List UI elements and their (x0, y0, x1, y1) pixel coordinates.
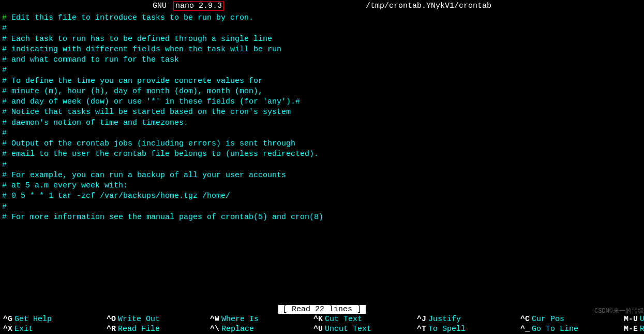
title-filepath: /tmp/crontab.YNykV1/crontab (366, 2, 491, 10)
shortcut-key: ^R (107, 325, 116, 333)
shortcut-key: ^T (417, 325, 426, 333)
shortcut-item[interactable]: M-ERedo (621, 325, 644, 333)
editor-line: # and what command to run for the task (2, 55, 642, 65)
shortcut-key: ^X (3, 325, 12, 333)
editor-line: # (2, 128, 642, 139)
shortcut-key: ^J (417, 315, 426, 324)
title-nano-label: GNU (153, 2, 167, 10)
shortcut-row-2: ^XExit^RRead File^\Replace^UUncut Text^T… (0, 324, 644, 334)
shortcut-key: ^K (313, 315, 323, 324)
hash-icon: # (2, 13, 7, 22)
editor-line: # (2, 65, 642, 76)
shortcut-key: ^G (3, 315, 12, 324)
editor-line: # For more information see the manual pa… (2, 212, 642, 223)
shortcut-label: To Spell (428, 325, 466, 333)
shortcut-label: Write Out (118, 315, 160, 324)
shortcut-label: Cut Text (325, 315, 362, 324)
editor-line: # (2, 202, 642, 212)
shortcut-item[interactable]: ^OWrite Out (103, 315, 207, 324)
shortcut-item[interactable]: ^GGet Help (0, 315, 103, 324)
shortcut-label: Where Is (221, 315, 259, 324)
editor-line: # To define the time you can provide con… (2, 76, 642, 86)
shortcut-item[interactable]: ^JJustify (414, 315, 517, 324)
editor-line: # daemon's notion of time and timezones. (2, 118, 642, 128)
editor-line: # Edit this file to introduce tasks to b… (2, 13, 642, 23)
shortcut-key: ^\ (210, 325, 219, 333)
editor-line: # indicating with different fields when … (2, 45, 642, 55)
status-message: [ Read 22 lines ] (278, 305, 366, 314)
shortcut-key: M-E (624, 325, 638, 333)
editor-line: # Output of the crontab jobs (including … (2, 139, 642, 149)
shortcut-label: Redo (640, 325, 644, 333)
editor-line: # (2, 23, 642, 34)
title-nano-version: nano 2.9.3 (173, 1, 224, 11)
shortcut-item[interactable]: ^CCur Pos (517, 315, 621, 324)
bottom-bar: ^GGet Help^OWrite Out^WWhere Is^KCut Tex… (0, 314, 644, 334)
editor-line: # email to the user the crontab file bel… (2, 149, 642, 159)
shortcut-item[interactable]: ^WWhere Is (207, 315, 310, 324)
shortcut-label: Go To Line (532, 325, 578, 333)
editor-line: # and day of week (dow) or use '*' in th… (2, 97, 642, 107)
editor-line: # 0 5 * * 1 tar -zcf /var/backups/home.t… (2, 191, 642, 201)
shortcut-label: Undo (640, 315, 644, 324)
editor-line: # minute (m), hour (h), day of month (do… (2, 86, 642, 97)
shortcut-label: Get Help (14, 315, 52, 324)
shortcut-item[interactable]: ^RRead File (103, 325, 207, 333)
shortcut-item[interactable]: M-UUndo (621, 315, 644, 324)
status-bar: [ Read 22 lines ] (0, 304, 644, 314)
shortcut-label: Justify (428, 315, 461, 324)
shortcut-key: M-U (624, 315, 638, 324)
shortcut-label: Exit (14, 325, 33, 333)
shortcut-item[interactable]: ^_Go To Line (517, 325, 621, 333)
title-bar: GNU nano 2.9.3 /tmp/crontab.YNykV1/cront… (0, 0, 644, 12)
shortcut-item[interactable]: ^\Replace (207, 325, 310, 333)
shortcut-key: ^_ (520, 325, 530, 333)
editor-area[interactable]: # Edit this file to introduce tasks to b… (0, 12, 644, 304)
shortcut-key: ^U (313, 325, 323, 333)
shortcut-label: Cur Pos (532, 315, 564, 324)
shortcut-item[interactable]: ^XExit (0, 325, 103, 333)
editor-line: # For example, you can run a backup of a… (2, 170, 642, 181)
shortcut-label: Replace (221, 325, 254, 333)
editor-line: # Each task to run has to be defined thr… (2, 34, 642, 45)
shortcut-label: Read File (118, 325, 160, 333)
shortcut-item[interactable]: ^UUncut Text (310, 325, 414, 333)
shortcut-item[interactable]: ^TTo Spell (414, 325, 517, 333)
shortcut-row-1: ^GGet Help^OWrite Out^WWhere Is^KCut Tex… (0, 314, 644, 324)
shortcut-key: ^O (107, 315, 116, 324)
terminal: GNU nano 2.9.3 /tmp/crontab.YNykV1/cront… (0, 0, 644, 334)
shortcut-key: ^C (520, 315, 530, 324)
editor-line: # Notice that tasks will be started base… (2, 107, 642, 118)
editor-line: # at 5 a.m every week with: (2, 181, 642, 191)
shortcut-item[interactable]: ^KCut Text (310, 315, 414, 324)
editor-line: # (2, 160, 642, 170)
shortcut-key: ^W (210, 315, 219, 324)
shortcut-label: Uncut Text (325, 325, 371, 333)
